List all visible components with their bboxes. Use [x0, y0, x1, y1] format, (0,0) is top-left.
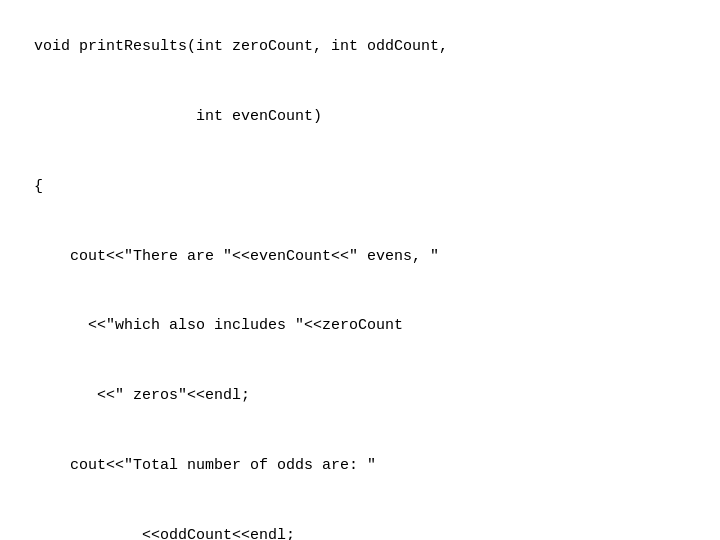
code-line-7: cout<<"Total number of odds are: ": [34, 457, 376, 474]
code-line-2: int evenCount): [34, 108, 322, 125]
code-line-1: void printResults(int zeroCount, int odd…: [34, 38, 448, 55]
code-block: void printResults(int zeroCount, int odd…: [16, 12, 704, 540]
code-line-3: {: [34, 178, 43, 195]
code-line-8: <<oddCount<<endl;: [34, 527, 295, 541]
code-line-4: cout<<"There are "<<evenCount<<" evens, …: [34, 248, 439, 265]
code-line-5: <<"which also includes "<<zeroCount: [34, 317, 403, 334]
code-line-6: <<" zeros"<<endl;: [34, 387, 250, 404]
